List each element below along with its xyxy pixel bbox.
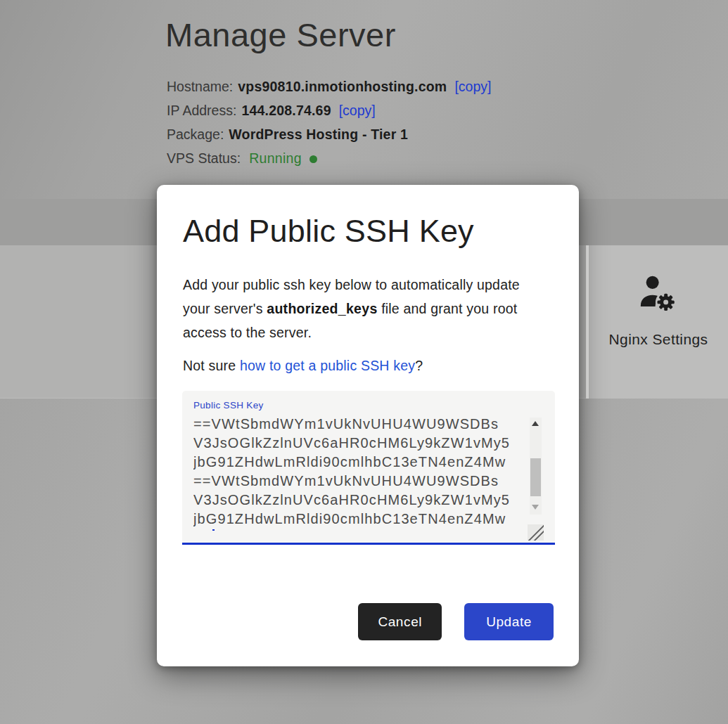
server-details: Hostname:vps90810.inmotionhosting.com[co… <box>167 75 491 170</box>
ssh-key-field-label: Public SSH Key <box>193 400 264 411</box>
cancel-button[interactable]: Cancel <box>358 603 442 640</box>
focus-underline <box>182 543 555 545</box>
page-title: Manage Server <box>165 15 396 54</box>
modal-actions: Cancel Update <box>358 603 554 640</box>
add-ssh-key-modal: Add Public SSH Key Add your public ssh k… <box>157 185 579 666</box>
textarea-scrollbar[interactable] <box>530 418 542 515</box>
ip-value: 144.208.74.69 <box>241 103 331 118</box>
help-suffix: ? <box>415 358 423 373</box>
vps-status-label: VPS Status: <box>167 150 241 166</box>
package-value: WordPress Hosting - Tier 1 <box>229 127 408 142</box>
update-button[interactable]: Update <box>464 603 554 640</box>
manage-server-screen: Manage Server Hostname:vps90810.inmotion… <box>0 0 728 724</box>
nginx-settings-label: Nginx Settings <box>589 331 728 348</box>
scroll-up-button[interactable] <box>530 419 542 429</box>
copy-ip-link[interactable]: [copy] <box>339 103 376 118</box>
person-gear-icon <box>636 272 679 316</box>
scrollbar-thumb[interactable] <box>530 458 541 496</box>
ssh-key-help-link[interactable]: how to get a public SSH key <box>240 358 415 373</box>
triangle-down-icon <box>532 505 539 510</box>
ip-address-row: IP Address:144.208.74.69[copy] <box>167 98 491 122</box>
resize-grip-icon[interactable] <box>528 524 544 541</box>
hostname-row: Hostname:vps90810.inmotionhosting.com[co… <box>167 75 491 98</box>
package-row: Package:WordPress Hosting - Tier 1 <box>167 122 491 146</box>
green-dot-icon <box>309 155 317 163</box>
scroll-down-button[interactable] <box>530 502 542 512</box>
copy-hostname-link[interactable]: [copy] <box>454 79 491 94</box>
help-prefix: Not sure <box>183 358 240 373</box>
vps-status-value: Running <box>249 150 302 166</box>
ip-label: IP Address: <box>167 103 236 118</box>
modal-description: Add your public ssh key below to automat… <box>183 273 543 344</box>
hostname-value: vps90810.inmotionhosting.com <box>238 79 447 94</box>
triangle-up-icon <box>532 421 539 426</box>
authorized-keys-filename: authorized_keys <box>267 301 377 316</box>
package-label: Package: <box>167 127 224 142</box>
ssh-key-field: Public SSH Key ==VWtSbmdWYm1vUkNvUHU4WU9… <box>182 391 555 545</box>
modal-title: Add Public SSH Key <box>183 213 474 250</box>
vps-status-row: VPS Status:Running <box>167 146 491 170</box>
nginx-settings-card[interactable]: Nginx Settings <box>586 245 728 399</box>
hostname-label: Hostname: <box>167 79 233 94</box>
ssh-key-textarea[interactable]: ==VWtSbmdWYm1vUkNvUHU4WU9WSDBs V3JsOGlkZ… <box>193 415 527 531</box>
help-line: Not sure how to get a public SSH key? <box>183 358 543 374</box>
